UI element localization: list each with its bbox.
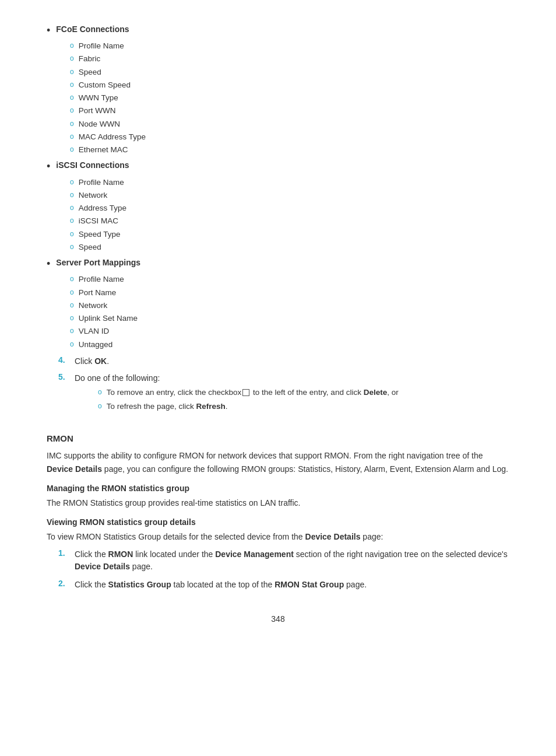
sp-item-6: Untagged bbox=[79, 339, 113, 351]
fcoe-item-7: Node WWN bbox=[79, 118, 120, 130]
list-item: o Port WWN bbox=[70, 105, 509, 117]
sub-circle-icon: o bbox=[70, 191, 74, 199]
step-5: 5. Do one of the following: o To remove … bbox=[58, 372, 509, 415]
list-item: o Untagged bbox=[70, 339, 509, 351]
sub-circle-icon: o bbox=[70, 275, 74, 283]
list-item: o WWN Type bbox=[70, 92, 509, 104]
managing-rmon-text: The RMON Statistics group provides real-… bbox=[47, 496, 509, 509]
fcoe-sub-list: o Profile Name o Fabric o Speed o Custom… bbox=[70, 40, 509, 156]
step-5-text: Do one of the following: bbox=[75, 373, 160, 383]
fcoe-item-5: WWN Type bbox=[79, 92, 118, 104]
list-item: o Profile Name bbox=[70, 40, 509, 52]
iscsi-label: iSCSI Connections bbox=[56, 159, 129, 172]
iscsi-bullet-item: • iSCSI Connections bbox=[47, 159, 509, 174]
step-4-number: 4. bbox=[58, 355, 70, 365]
sub-circle-icon: o bbox=[70, 301, 74, 309]
fcoe-item-1: Profile Name bbox=[79, 40, 124, 52]
managing-rmon-heading: Managing the RMON statistics group bbox=[47, 484, 509, 493]
step-5b: o To refresh the page, click Refresh. bbox=[98, 401, 399, 412]
list-item: o Speed Type bbox=[70, 229, 509, 240]
list-item: o Network bbox=[70, 300, 509, 312]
list-item: o Address Type bbox=[70, 202, 509, 214]
fcoe-item-9: Ethernet MAC bbox=[79, 144, 128, 156]
rmon-step-1-number: 1. bbox=[58, 548, 70, 558]
step-4-text: Click OK. bbox=[75, 355, 109, 368]
iscsi-item-1: Profile Name bbox=[79, 177, 124, 188]
sub-circle-icon: o bbox=[70, 68, 74, 76]
viewing-rmon-heading: Viewing RMON statistics group details bbox=[47, 517, 509, 527]
fcoe-item-2: Fabric bbox=[79, 53, 101, 65]
list-item: o VLAN ID bbox=[70, 326, 509, 337]
fcoe-label: FCoE Connections bbox=[56, 23, 129, 36]
server-port-sub-list: o Profile Name o Port Name o Network o U… bbox=[70, 274, 509, 351]
server-port-label: Server Port Mappings bbox=[56, 257, 140, 269]
list-item: o Uplink Set Name bbox=[70, 313, 509, 324]
list-item: o Ethernet MAC bbox=[70, 144, 509, 156]
sub-circle-icon: o bbox=[70, 145, 74, 153]
step-5a: o To remove an entry, click the checkbox… bbox=[98, 387, 399, 398]
viewing-rmon-text: To view RMON Statistics Group details fo… bbox=[47, 530, 509, 543]
step-5b-text: To refresh the page, click Refresh. bbox=[107, 401, 228, 412]
fcoe-item-3: Speed bbox=[79, 66, 101, 78]
sub-circle-icon: o bbox=[70, 54, 74, 62]
step-5a-text: To remove an entry, click the checkbox t… bbox=[107, 387, 399, 398]
rmon-heading: RMON bbox=[47, 433, 509, 443]
page-number: 348 bbox=[47, 614, 509, 624]
sp-item-3: Network bbox=[79, 300, 108, 312]
list-item: o Speed bbox=[70, 66, 509, 78]
list-item: o Fabric bbox=[70, 53, 509, 65]
checkbox-icon bbox=[242, 389, 249, 396]
sub-circle-icon: o bbox=[70, 327, 74, 335]
iscsi-item-4: iSCSI MAC bbox=[79, 215, 118, 227]
step-5-sub: o To remove an entry, click the checkbox… bbox=[98, 387, 399, 413]
sub-circle-icon: o bbox=[70, 288, 74, 296]
fcoe-item-8: MAC Address Type bbox=[79, 131, 146, 143]
sub-circle-icon: o bbox=[98, 388, 102, 396]
sub-circle-icon: o bbox=[70, 216, 74, 225]
sub-circle-icon: o bbox=[70, 243, 74, 251]
sp-item-4: Uplink Set Name bbox=[79, 313, 138, 324]
sub-circle-icon: o bbox=[98, 402, 102, 410]
list-item: o Speed bbox=[70, 242, 509, 253]
sub-circle-icon: o bbox=[70, 230, 74, 238]
sp-item-5: VLAN ID bbox=[79, 326, 110, 337]
sub-circle-icon: o bbox=[70, 120, 74, 128]
sub-circle-icon: o bbox=[70, 204, 74, 212]
iscsi-sub-list: o Profile Name o Network o Address Type … bbox=[70, 177, 509, 254]
step-5-content: Do one of the following: o To remove an … bbox=[75, 372, 399, 415]
sub-circle-icon: o bbox=[70, 93, 74, 102]
fcoe-section: • FCoE Connections o Profile Name o Fabr… bbox=[47, 23, 509, 156]
sp-item-1: Profile Name bbox=[79, 274, 124, 285]
sp-item-2: Port Name bbox=[79, 287, 117, 299]
iscsi-item-3: Address Type bbox=[79, 202, 126, 214]
list-item: o Network bbox=[70, 190, 509, 201]
rmon-step-1-text: Click the RMON link located under the De… bbox=[75, 548, 509, 573]
sub-circle-icon: o bbox=[70, 132, 74, 141]
sub-circle-icon: o bbox=[70, 314, 74, 322]
sub-circle-icon: o bbox=[70, 41, 74, 50]
rmon-step-2: 2. Click the Statistics Group tab locate… bbox=[58, 579, 509, 591]
iscsi-bullet-dot: • bbox=[47, 159, 50, 174]
server-port-section: • Server Port Mappings o Profile Name o … bbox=[47, 257, 509, 351]
sub-circle-icon: o bbox=[70, 106, 74, 114]
list-item: o Port Name bbox=[70, 287, 509, 299]
server-port-bullet-item: • Server Port Mappings bbox=[47, 257, 509, 271]
iscsi-item-5: Speed Type bbox=[79, 229, 121, 240]
sub-circle-icon: o bbox=[70, 178, 74, 186]
rmon-step-1: 1. Click the RMON link located under the… bbox=[58, 548, 509, 573]
sub-circle-icon: o bbox=[70, 80, 74, 89]
step-5-number: 5. bbox=[58, 372, 70, 382]
list-item: o MAC Address Type bbox=[70, 131, 509, 143]
sub-circle-icon: o bbox=[70, 340, 74, 348]
list-item: o Custom Speed bbox=[70, 79, 509, 91]
list-item: o Profile Name bbox=[70, 274, 509, 285]
iscsi-item-2: Network bbox=[79, 190, 108, 201]
step-4: 4. Click OK. bbox=[58, 355, 509, 368]
iscsi-section: • iSCSI Connections o Profile Name o Net… bbox=[47, 159, 509, 253]
fcoe-bullet-item: • FCoE Connections bbox=[47, 23, 509, 38]
iscsi-item-6: Speed bbox=[79, 242, 101, 253]
rmon-step-2-text: Click the Statistics Group tab located a… bbox=[75, 579, 367, 591]
list-item: o Node WWN bbox=[70, 118, 509, 130]
fcoe-item-6: Port WWN bbox=[79, 105, 116, 117]
server-port-bullet-dot: • bbox=[47, 257, 50, 271]
